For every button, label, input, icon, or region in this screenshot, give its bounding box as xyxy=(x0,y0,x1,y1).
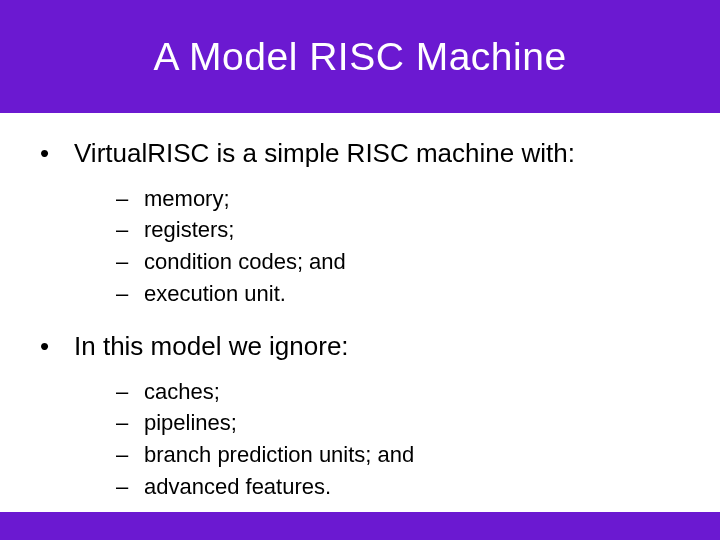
sub-bullet-text: pipelines; xyxy=(144,408,237,438)
slide-title: A Model RISC Machine xyxy=(153,35,566,79)
sublist: – caches; – pipelines; – branch predicti… xyxy=(116,377,720,502)
sub-bullet-text: execution unit. xyxy=(144,279,286,309)
sub-bullet-text: registers; xyxy=(144,215,234,245)
bullet-level2: – advanced features. xyxy=(116,472,720,502)
bullet-level1: • In this model we ignore: xyxy=(40,330,720,363)
sub-bullet-text: memory; xyxy=(144,184,230,214)
title-band: A Model RISC Machine xyxy=(0,0,720,113)
bullet-dot-icon: • xyxy=(40,331,74,362)
sub-bullet-text: caches; xyxy=(144,377,220,407)
dash-icon: – xyxy=(116,379,144,405)
dash-icon: – xyxy=(116,186,144,212)
dash-icon: – xyxy=(116,249,144,275)
sublist: – memory; – registers; – condition codes… xyxy=(116,184,720,309)
bullet-level2: – memory; xyxy=(116,184,720,214)
dash-icon: – xyxy=(116,217,144,243)
dash-icon: – xyxy=(116,410,144,436)
bullet-text: In this model we ignore: xyxy=(74,330,349,363)
sub-bullet-text: branch prediction units; and xyxy=(144,440,414,470)
slide-content: • VirtualRISC is a simple RISC machine w… xyxy=(0,113,720,502)
bullet-level2: – execution unit. xyxy=(116,279,720,309)
dash-icon: – xyxy=(116,442,144,468)
sub-bullet-text: advanced features. xyxy=(144,472,331,502)
dash-icon: – xyxy=(116,474,144,500)
slide: A Model RISC Machine • VirtualRISC is a … xyxy=(0,0,720,540)
sub-bullet-text: condition codes; and xyxy=(144,247,346,277)
bullet-level1: • VirtualRISC is a simple RISC machine w… xyxy=(40,137,720,170)
footer-band xyxy=(0,512,720,540)
bullet-level2: – condition codes; and xyxy=(116,247,720,277)
dash-icon: – xyxy=(116,281,144,307)
bullet-dot-icon: • xyxy=(40,138,74,169)
bullet-level2: – branch prediction units; and xyxy=(116,440,720,470)
bullet-level2: – caches; xyxy=(116,377,720,407)
bullet-level2: – pipelines; xyxy=(116,408,720,438)
bullet-level2: – registers; xyxy=(116,215,720,245)
bullet-text: VirtualRISC is a simple RISC machine wit… xyxy=(74,137,575,170)
